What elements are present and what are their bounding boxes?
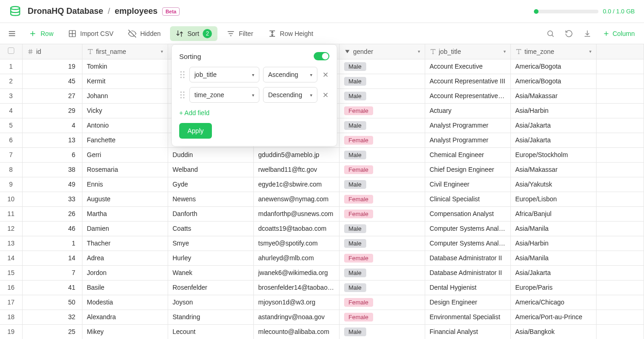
cell-job-title[interactable]: Actuary [425, 103, 510, 118]
cell-last-name[interactable]: Hurley [168, 251, 253, 265]
table-row[interactable]: 1414AdreaHurleyahurleyd@mlb.comFemaleDat… [0, 251, 644, 265]
cell-id[interactable]: 25 [22, 324, 82, 339]
table-row[interactable]: 1750ModestiaJoysonmjoyson1d@w3.orgFemale… [0, 295, 644, 310]
cell-first-name[interactable]: Auguste [82, 192, 168, 206]
cell-last-name[interactable]: Coatts [168, 221, 253, 236]
drag-handle-icon[interactable] [179, 71, 186, 78]
cell-id[interactable]: 38 [22, 162, 82, 177]
cell-email[interactable]: tsmye0@spotify.com [253, 236, 339, 251]
table-row[interactable]: 1246DamienCoattsdcoatts19@taobao.comMale… [0, 221, 644, 236]
cell-id[interactable]: 14 [22, 251, 82, 265]
cell-id[interactable]: 27 [22, 88, 82, 103]
cell-job-title[interactable]: Chemical Engineer [425, 147, 510, 162]
cell-email[interactable]: gduddin5@ameblo.jp [253, 147, 339, 162]
table-row[interactable]: 949EnnisGydeegyde1c@sbwire.comMaleCivil … [0, 177, 644, 192]
table-row[interactable]: 1925MikeyLecountmlecounto@alibaba.comMal… [0, 324, 644, 339]
cell-time-zone[interactable]: America/Chicago [510, 295, 596, 310]
cell-job-title[interactable]: Computer Systems Analyst II [425, 236, 510, 251]
remove-sort-rule-button[interactable]: ✕ [321, 70, 329, 79]
cell-time-zone[interactable]: Asia/Yakutsk [510, 177, 596, 192]
table-row[interactable]: 157JordonWanekjwanek6@wikimedia.orgMaleD… [0, 265, 644, 280]
sort-field-select[interactable]: time_zone▾ [189, 87, 259, 103]
cell-job-title[interactable]: Dental Hygienist [425, 280, 510, 295]
table-row[interactable]: 76GerriDuddingduddin5@ameblo.jpMaleChemi… [0, 147, 644, 162]
cell-first-name[interactable]: Antonio [82, 118, 168, 133]
cell-last-name[interactable]: Gyde [168, 177, 253, 192]
cell-last-name[interactable]: Duddin [168, 147, 253, 162]
cell-job-title[interactable]: Account Executive [425, 59, 510, 74]
cell-first-name[interactable]: Fanchette [82, 133, 168, 147]
cell-gender[interactable]: Female [339, 133, 425, 147]
table-row[interactable]: 1126MarthaDanforthmdanforthp@usnews.comF… [0, 206, 644, 221]
cell-gender[interactable]: Male [339, 59, 425, 74]
cell-email[interactable]: jwanek6@wikimedia.org [253, 265, 339, 280]
cell-last-name[interactable]: Danforth [168, 206, 253, 221]
cell-gender[interactable]: Female [339, 206, 425, 221]
cell-first-name[interactable]: Modestia [82, 295, 168, 310]
cell-last-name[interactable]: Standring [168, 310, 253, 324]
cell-gender[interactable]: Female [339, 295, 425, 310]
apply-sort-button[interactable]: Apply [179, 123, 212, 139]
cell-id[interactable]: 49 [22, 177, 82, 192]
cell-time-zone[interactable]: America/Bogota [510, 74, 596, 88]
cell-gender[interactable]: Female [339, 162, 425, 177]
cell-time-zone[interactable]: Asia/Jakarta [510, 265, 596, 280]
search-button[interactable] [543, 26, 558, 41]
cell-gender[interactable]: Male [339, 236, 425, 251]
cell-first-name[interactable]: Tomkin [82, 59, 168, 74]
cell-first-name[interactable]: Vicky [82, 103, 168, 118]
cell-first-name[interactable]: Alexandra [82, 310, 168, 324]
cell-email[interactable]: mlecounto@alibaba.com [253, 324, 339, 339]
column-header-time-zone[interactable]: time_zone ▾ [510, 44, 596, 59]
cell-gender[interactable]: Male [339, 118, 425, 133]
cell-first-name[interactable]: Johann [82, 88, 168, 103]
sort-direction-select[interactable]: Ascending▾ [263, 67, 317, 82]
cell-last-name[interactable]: Welband [168, 162, 253, 177]
cell-gender[interactable]: Male [339, 88, 425, 103]
cell-job-title[interactable]: Chief Design Engineer [425, 162, 510, 177]
cell-time-zone[interactable]: Africa/Banjul [510, 206, 596, 221]
cell-first-name[interactable]: Adrea [82, 251, 168, 265]
cell-email[interactable]: ahurleyd@mlb.com [253, 251, 339, 265]
sort-field-select[interactable]: job_title▾ [189, 67, 259, 82]
breadcrumb-root[interactable]: DronaHQ Database [28, 6, 103, 16]
cell-time-zone[interactable]: Asia/Harbin [510, 236, 596, 251]
cell-time-zone[interactable]: Asia/Bangkok [510, 324, 596, 339]
cell-job-title[interactable]: Analyst Programmer [425, 133, 510, 147]
cell-job-title[interactable]: Clinical Specialist [425, 192, 510, 206]
cell-email[interactable]: mjoyson1d@w3.org [253, 295, 339, 310]
cell-gender[interactable]: Female [339, 310, 425, 324]
cell-id[interactable]: 33 [22, 192, 82, 206]
cell-gender[interactable]: Female [339, 103, 425, 118]
cell-gender[interactable]: Male [339, 265, 425, 280]
column-header-job-title[interactable]: job_title ▾ [425, 44, 510, 59]
cell-job-title[interactable]: Financial Analyst [425, 324, 510, 339]
cell-time-zone[interactable]: Asia/Manila [510, 221, 596, 236]
table-row[interactable]: 1832AlexandraStandringastandringv@noaa.g… [0, 310, 644, 324]
cell-first-name[interactable]: Basile [82, 280, 168, 295]
add-row-button[interactable]: Row [23, 27, 59, 41]
filter-button[interactable]: Filter [221, 27, 258, 41]
cell-email[interactable]: rwelband11@ftc.gov [253, 162, 339, 177]
cell-job-title[interactable]: Computer Systems Analyst II [425, 221, 510, 236]
cell-gender[interactable]: Male [339, 147, 425, 162]
select-all-header[interactable] [0, 44, 22, 59]
cell-last-name[interactable]: Joyson [168, 295, 253, 310]
cell-first-name[interactable]: Martha [82, 206, 168, 221]
cell-first-name[interactable]: Jordon [82, 265, 168, 280]
cell-id[interactable]: 4 [22, 118, 82, 133]
cell-id[interactable]: 29 [22, 103, 82, 118]
remove-sort-rule-button[interactable]: ✕ [321, 91, 329, 99]
cell-id[interactable]: 32 [22, 310, 82, 324]
cell-job-title[interactable]: Database Administrator II [425, 265, 510, 280]
cell-last-name[interactable]: Lecount [168, 324, 253, 339]
cell-gender[interactable]: Female [339, 192, 425, 206]
download-button[interactable] [580, 26, 595, 41]
row-height-button[interactable]: Row Height [263, 27, 319, 41]
cell-gender[interactable]: Female [339, 251, 425, 265]
cell-time-zone[interactable]: Asia/Makassar [510, 88, 596, 103]
cell-gender[interactable]: Male [339, 177, 425, 192]
cell-job-title[interactable]: Analyst Programmer [425, 118, 510, 133]
sort-direction-select[interactable]: Descending▾ [263, 87, 317, 103]
column-header-first-name[interactable]: first_name ▾ [82, 44, 168, 59]
